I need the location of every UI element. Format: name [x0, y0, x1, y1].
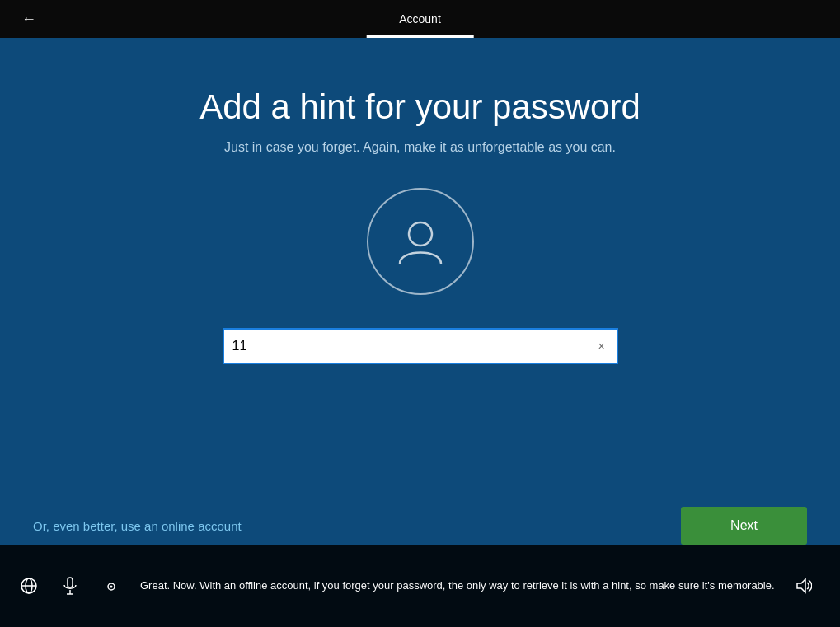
tab-account[interactable]: Account: [366, 0, 474, 38]
avatar: [367, 188, 474, 295]
svg-rect-4: [68, 578, 73, 587]
next-button[interactable]: Next: [681, 507, 807, 545]
user-icon: [392, 213, 449, 270]
svg-point-0: [409, 222, 432, 246]
microphone-icon[interactable]: [58, 573, 82, 598]
tab-account-label: Account: [399, 12, 441, 26]
bottom-action-bar: Or, even better, use an online account N…: [0, 507, 840, 545]
taskbar-message: Great. Now. With an offline account, if …: [132, 578, 791, 594]
volume-icon[interactable]: [791, 573, 815, 598]
top-bar: ← Account: [0, 0, 840, 38]
input-container: ×: [223, 328, 618, 364]
page-title: Add a hint for your password: [199, 87, 641, 127]
tab-container: Account: [366, 0, 474, 38]
taskbar-left-icons: [16, 573, 132, 598]
hint-input[interactable]: [223, 328, 618, 364]
back-button[interactable]: ←: [16, 7, 41, 31]
taskbar-right-icons: [791, 573, 824, 598]
svg-marker-9: [797, 579, 805, 592]
svg-point-8: [110, 586, 113, 588]
taskbar: Great. Now. With an offline account, if …: [0, 545, 840, 627]
language-icon[interactable]: [16, 573, 41, 598]
online-account-link[interactable]: Or, even better, use an online account: [33, 519, 242, 533]
main-content: Add a hint for your password Just in cas…: [0, 38, 840, 545]
page-subtitle: Just in case you forget. Again, make it …: [224, 140, 616, 155]
camera-icon[interactable]: [99, 573, 124, 598]
clear-button[interactable]: ×: [594, 338, 610, 354]
